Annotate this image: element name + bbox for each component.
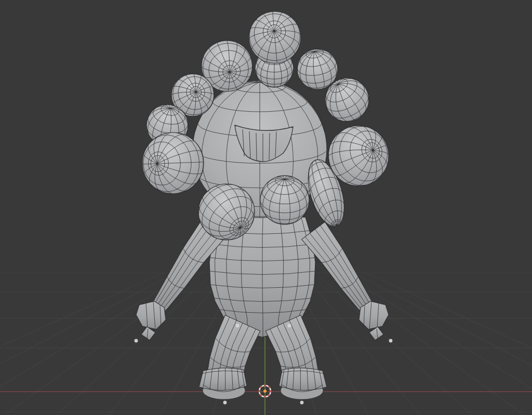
right-foot[interactable] xyxy=(279,368,327,399)
petal-left-lower[interactable] xyxy=(142,132,204,194)
petal-top[interactable] xyxy=(249,11,301,63)
petal-right-upper[interactable] xyxy=(325,78,369,122)
blender-3d-viewport[interactable] xyxy=(0,0,532,415)
left-foot[interactable] xyxy=(199,368,247,399)
petal-bottom-left[interactable] xyxy=(198,184,255,240)
petal-bottom-center[interactable] xyxy=(260,176,309,224)
petal-right[interactable] xyxy=(328,126,389,186)
petal-top-right[interactable] xyxy=(297,49,338,89)
